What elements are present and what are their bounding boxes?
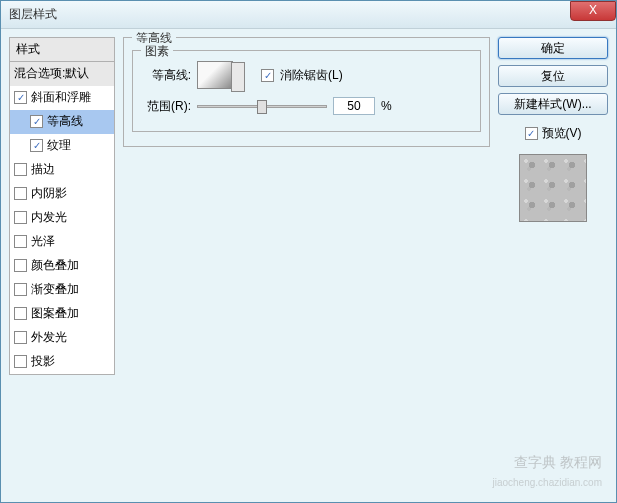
new-style-button[interactable]: 新建样式(W)...: [498, 93, 608, 115]
style-label: 内阴影: [31, 185, 67, 202]
style-checkbox[interactable]: [14, 163, 27, 176]
style-item[interactable]: 外发光: [10, 326, 114, 350]
range-row: 范围(R): %: [141, 97, 472, 115]
range-input[interactable]: [333, 97, 375, 115]
ok-button[interactable]: 确定: [498, 37, 608, 59]
cancel-button[interactable]: 复位: [498, 65, 608, 87]
style-label: 斜面和浮雕: [31, 89, 91, 106]
watermark-text: 查字典 教程网: [514, 454, 602, 472]
range-slider[interactable]: [197, 105, 327, 108]
range-unit: %: [381, 99, 392, 113]
style-label: 投影: [31, 353, 55, 370]
style-label: 描边: [31, 161, 55, 178]
styles-list: 混合选项:默认 斜面和浮雕等高线纹理描边内阴影内发光光泽颜色叠加渐变叠加图案叠加…: [9, 62, 115, 375]
style-checkbox[interactable]: [14, 187, 27, 200]
blend-options-item[interactable]: 混合选项:默认: [10, 62, 114, 86]
style-item[interactable]: 纹理: [10, 134, 114, 158]
blend-options-label: 混合选项:默认: [14, 65, 89, 82]
style-item[interactable]: 斜面和浮雕: [10, 86, 114, 110]
contour-row: 等高线: 消除锯齿(L): [141, 61, 472, 89]
style-checkbox[interactable]: [14, 283, 27, 296]
style-item[interactable]: 渐变叠加: [10, 278, 114, 302]
style-checkbox[interactable]: [14, 259, 27, 272]
antialias-checkbox[interactable]: [261, 69, 274, 82]
style-item[interactable]: 内阴影: [10, 182, 114, 206]
style-checkbox[interactable]: [14, 235, 27, 248]
style-item[interactable]: 等高线: [10, 110, 114, 134]
titlebar[interactable]: 图层样式 X: [1, 1, 616, 29]
antialias-label: 消除锯齿(L): [280, 67, 343, 84]
style-checkbox[interactable]: [14, 331, 27, 344]
window-title: 图层样式: [9, 6, 57, 23]
style-item[interactable]: 颜色叠加: [10, 254, 114, 278]
styles-header[interactable]: 样式: [9, 37, 115, 62]
style-checkbox[interactable]: [14, 91, 27, 104]
style-checkbox[interactable]: [14, 355, 27, 368]
content-area: 样式 混合选项:默认 斜面和浮雕等高线纹理描边内阴影内发光光泽颜色叠加渐变叠加图…: [1, 29, 616, 502]
style-item[interactable]: 图案叠加: [10, 302, 114, 326]
style-item[interactable]: 内发光: [10, 206, 114, 230]
preview-label: 预览(V): [542, 125, 582, 142]
watermark-url: jiaocheng.chazidian.com: [492, 477, 602, 488]
styles-panel: 样式 混合选项:默认 斜面和浮雕等高线纹理描边内阴影内发光光泽颜色叠加渐变叠加图…: [9, 37, 115, 494]
preview-thumbnail: [519, 154, 587, 222]
style-label: 光泽: [31, 233, 55, 250]
style-label: 外发光: [31, 329, 67, 346]
style-label: 颜色叠加: [31, 257, 79, 274]
contour-label: 等高线:: [141, 67, 191, 84]
style-checkbox[interactable]: [30, 139, 43, 152]
style-checkbox[interactable]: [14, 211, 27, 224]
close-icon: X: [589, 3, 597, 17]
style-item[interactable]: 投影: [10, 350, 114, 374]
style-label: 纹理: [47, 137, 71, 154]
style-item[interactable]: 描边: [10, 158, 114, 182]
chevron-down-icon: [237, 72, 243, 76]
preview-row: 预览(V): [498, 125, 608, 142]
layer-style-dialog: 图层样式 X 样式 混合选项:默认 斜面和浮雕等高线纹理描边内阴影内发光光泽颜色…: [0, 0, 617, 503]
style-label: 渐变叠加: [31, 281, 79, 298]
style-checkbox[interactable]: [14, 307, 27, 320]
style-label: 等高线: [47, 113, 83, 130]
style-item[interactable]: 光泽: [10, 230, 114, 254]
style-label: 内发光: [31, 209, 67, 226]
elements-group: 图素 等高线: 消除锯齿(L) 范围(R):: [132, 50, 481, 132]
main-panel: 等高线 图素 等高线: 消除锯齿(L) 范围(R):: [123, 37, 490, 494]
slider-thumb-icon[interactable]: [257, 100, 267, 114]
range-label: 范围(R):: [141, 98, 191, 115]
close-button[interactable]: X: [570, 1, 616, 21]
contour-picker[interactable]: [197, 61, 233, 89]
preview-checkbox[interactable]: [525, 127, 538, 140]
style-checkbox[interactable]: [30, 115, 43, 128]
style-label: 图案叠加: [31, 305, 79, 322]
contour-section: 等高线 图素 等高线: 消除锯齿(L) 范围(R):: [123, 37, 490, 147]
elements-title: 图素: [141, 43, 173, 60]
right-panel: 确定 复位 新建样式(W)... 预览(V): [498, 37, 608, 494]
